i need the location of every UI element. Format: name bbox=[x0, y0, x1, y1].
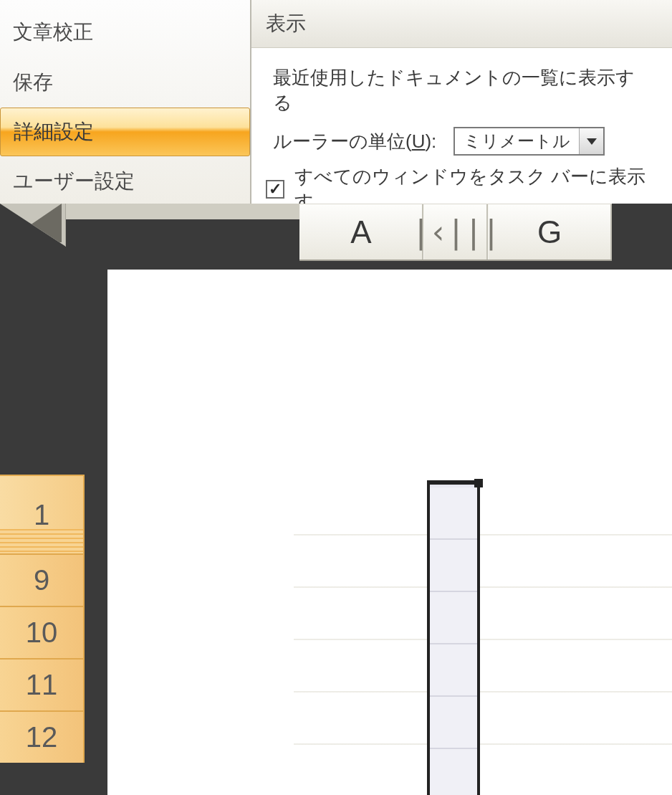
corner-triangle-icon bbox=[0, 204, 62, 242]
option-label: ルーラーの単位(U): bbox=[273, 129, 436, 154]
sidebar-item-advanced[interactable]: 詳細設定 bbox=[0, 108, 250, 156]
row-label: 11 bbox=[26, 669, 58, 701]
sidebar-item-label: 保存 bbox=[13, 71, 53, 93]
row-label: 1 bbox=[34, 499, 49, 531]
column-resize-handle[interactable]: |‹||| bbox=[423, 204, 488, 260]
gridlines bbox=[294, 483, 672, 795]
column-headers: A |‹||| G bbox=[299, 204, 612, 261]
selection-handle[interactable] bbox=[474, 479, 483, 487]
column-label: G bbox=[537, 214, 562, 250]
row-header[interactable]: 11 bbox=[0, 658, 85, 710]
section-header-display: 表示 bbox=[251, 0, 672, 48]
row-headers: 1 9 10 11 12 bbox=[0, 475, 85, 763]
options-panel: 文章校正 保存 詳細設定 ユーザー設定 表示 最近使用したドキュメントの一覧に表… bbox=[0, 0, 672, 204]
option-recent-documents: 最近使用したドキュメントの一覧に表示する bbox=[251, 48, 672, 120]
sidebar-item-proofing[interactable]: 文章校正 bbox=[0, 7, 250, 57]
selected-column-fill bbox=[430, 487, 477, 795]
header-strip bbox=[66, 204, 299, 219]
ruler-unit-dropdown[interactable]: ミリメートル bbox=[453, 127, 605, 156]
row-label: 9 bbox=[34, 564, 49, 596]
row-label: 10 bbox=[26, 617, 58, 649]
row-header[interactable]: 1 bbox=[0, 475, 85, 553]
option-ruler-unit: ルーラーの単位(U): ミリメートル bbox=[251, 120, 672, 160]
checkbox-icon[interactable] bbox=[266, 180, 284, 199]
sidebar-item-label: 詳細設定 bbox=[14, 120, 94, 143]
sidebar-item-label: 文章校正 bbox=[13, 21, 93, 43]
row-header[interactable]: 9 bbox=[0, 553, 85, 606]
selection-border bbox=[427, 480, 480, 485]
sidebar-item-label: ユーザー設定 bbox=[13, 170, 135, 192]
chevron-down-icon[interactable] bbox=[579, 128, 603, 154]
sidebar-item-save[interactable]: 保存 bbox=[0, 57, 250, 108]
option-label: 最近使用したドキュメントの一覧に表示する bbox=[273, 65, 651, 115]
resize-icon: |‹||| bbox=[411, 214, 499, 250]
spreadsheet-area: A |‹||| G 1 9 10 11 12 列幅 bbox=[0, 204, 672, 795]
row-label: 12 bbox=[26, 721, 58, 753]
dropdown-value: ミリメートル bbox=[455, 130, 579, 153]
column-header-g[interactable]: G bbox=[488, 204, 612, 260]
sidebar-item-customize[interactable]: ユーザー設定 bbox=[0, 156, 250, 206]
options-sidebar: 文章校正 保存 詳細設定 ユーザー設定 bbox=[0, 0, 251, 204]
row-header[interactable]: 12 bbox=[0, 710, 85, 763]
row-header[interactable]: 10 bbox=[0, 606, 85, 658]
column-label: A bbox=[350, 214, 371, 250]
column-header-a[interactable]: A bbox=[299, 204, 423, 260]
options-right-pane: 表示 最近使用したドキュメントの一覧に表示する ルーラーの単位(U): ミリメー… bbox=[251, 0, 672, 204]
select-all-corner[interactable] bbox=[0, 204, 66, 247]
